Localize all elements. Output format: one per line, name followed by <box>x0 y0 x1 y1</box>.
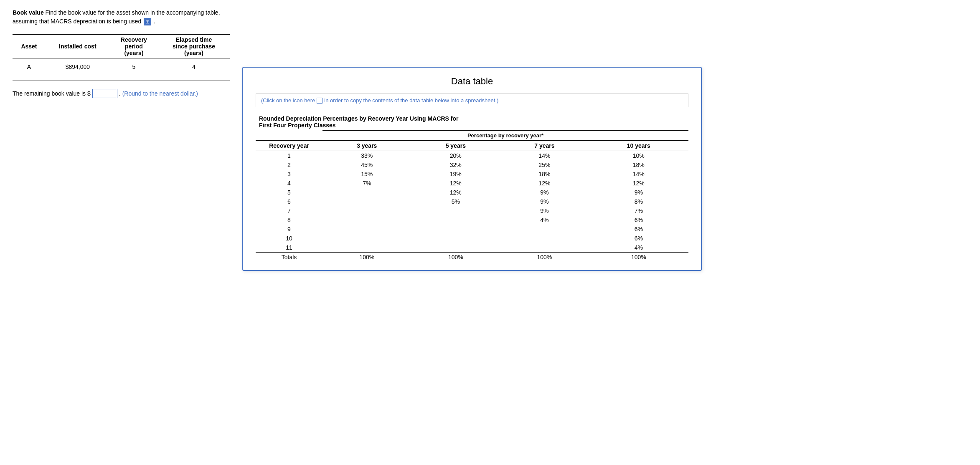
asset-cell: A <box>13 62 46 72</box>
macrs-row-11: 114% <box>256 243 688 253</box>
asset-table: Asset Installed cost Recoveryperiod(year… <box>13 34 230 72</box>
col-recovery-year-header: Recovery year <box>256 141 322 151</box>
answer-prefix: The remaining book value is $ <box>13 90 91 97</box>
round-note: (Round to the nearest dollar.) <box>122 90 198 97</box>
question-header: Book value Find the book value for the a… <box>13 8 230 26</box>
macrs-totals-row: Totals100%100%100%100% <box>256 253 688 262</box>
macrs-year-3: 3 <box>256 169 322 179</box>
question-description: Find the book value for the asset shown … <box>13 9 220 25</box>
macrs-row-4: 47%12%12%12% <box>256 179 688 188</box>
col-10years-header: 10 years <box>589 141 688 151</box>
macrs-row-8: 84%6% <box>256 215 688 225</box>
installed-cost-cell: $894,000 <box>46 62 110 72</box>
copy-note-text2: in order to copy the contents of the dat… <box>324 97 498 104</box>
macrs-year-4: 4 <box>256 179 322 188</box>
data-table-title: Data table <box>256 76 688 87</box>
macrs-row-3: 315%19%18%14% <box>256 169 688 179</box>
answer-section: The remaining book value is $ . (Round t… <box>13 89 230 98</box>
copy-icon[interactable] <box>317 98 322 104</box>
macrs-row-5: 512%9%9% <box>256 188 688 197</box>
macrs-row-7: 79%7% <box>256 206 688 215</box>
macrs-title: Rounded Depreciation Percentages by Reco… <box>256 114 688 131</box>
divider <box>13 80 230 81</box>
macrs-year-8: 8 <box>256 215 322 225</box>
macrs-year-2: 2 <box>256 160 322 169</box>
col-header-installed-cost: Installed cost <box>46 35 110 58</box>
percentage-header: Percentage by recovery year* <box>322 131 688 141</box>
macrs-year-1: 1 <box>256 151 322 161</box>
macrs-row-6: 65%9%8% <box>256 197 688 206</box>
col-7years-header: 7 years <box>500 141 589 151</box>
macrs-row-10: 106% <box>256 234 688 243</box>
data-table-panel: Data table (Click on the icon here in or… <box>242 67 702 271</box>
recovery-period-cell: 5 <box>110 62 158 72</box>
col-3years-header: 3 years <box>322 141 411 151</box>
copy-note: (Click on the icon here in order to copy… <box>256 94 688 107</box>
col-5years-header: 5 years <box>411 141 500 151</box>
col-header-elapsed-time: Elapsed timesince purchase(years) <box>158 35 230 58</box>
book-value-input[interactable] <box>92 89 117 98</box>
macrs-year-7: 7 <box>256 206 322 215</box>
macrs-table: Rounded Depreciation Percentages by Reco… <box>256 114 688 262</box>
elapsed-time-cell: 4 <box>158 62 230 72</box>
answer-suffix: . <box>119 90 121 97</box>
macrs-year-6: 6 <box>256 197 322 206</box>
col-header-recovery-period: Recoveryperiod(years) <box>110 35 158 58</box>
macrs-row-1: 133%20%14%10% <box>256 151 688 161</box>
macrs-year-10: 10 <box>256 234 322 243</box>
col-header-asset: Asset <box>13 35 46 58</box>
macrs-year-5: 5 <box>256 188 322 197</box>
macrs-row-2: 245%32%25%18% <box>256 160 688 169</box>
col-empty <box>256 131 322 141</box>
macrs-row-9: 96% <box>256 225 688 234</box>
macrs-year-11: 11 <box>256 243 322 253</box>
macrs-year-9: 9 <box>256 225 322 234</box>
question-label: Book value <box>13 9 44 16</box>
copy-note-text: (Click on the icon here <box>261 97 315 104</box>
asset-row: A $894,000 5 4 <box>13 62 230 72</box>
table-icon[interactable] <box>144 18 151 25</box>
